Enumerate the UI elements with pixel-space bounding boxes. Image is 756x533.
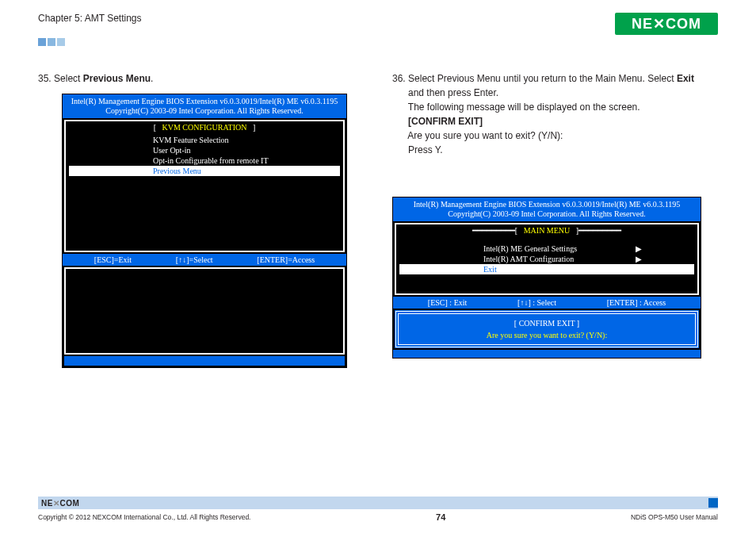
bios-screenshot-kvm: Intel(R) Management Engine BIOS Extensio… xyxy=(62,94,347,368)
bios-item-amt-config: Intel(R) AMT Configuration▶ xyxy=(396,254,697,264)
bios-item-user-optin: User Opt-in xyxy=(66,145,343,155)
nexcom-logo: NE✕COM xyxy=(615,13,718,37)
decorative-squares xyxy=(38,38,142,46)
bios-header-2: Intel(R) Management Engine BIOS Extensio… xyxy=(393,197,701,221)
bios-section-title: [ KVM CONFIGURATION ] xyxy=(66,121,343,133)
bios-item-optin-config: Opt-in Configurable from remote IT xyxy=(66,155,343,166)
footer: NE✕COM Copyright © 2012 NEXCOM Internati… xyxy=(38,497,718,522)
bios-nav-bar-2: [ESC] : Exit [↑↓] : Select [ENTER] : Acc… xyxy=(393,297,701,309)
bios-item-previous-menu: Previous Menu xyxy=(69,166,340,176)
bios-screenshot-mainmenu: Intel(R) Management Engine BIOS Extensio… xyxy=(392,197,701,359)
page-number: 74 xyxy=(436,512,445,522)
copyright-text: Copyright © 2012 NEXCOM International Co… xyxy=(38,513,250,521)
bios-item-kvm-feature: KVM Feature Selection xyxy=(66,135,343,145)
step-35-text: 35. Select Previous Menu. xyxy=(38,71,364,86)
manual-title: NDiS OPS-M50 User Manual xyxy=(631,513,718,521)
svg-rect-2 xyxy=(57,38,65,46)
step-36-text: 36. Select Previous Menu until you retur… xyxy=(392,71,718,157)
svg-rect-1 xyxy=(48,38,55,46)
chapter-title: Chapter 5: AMT Settings xyxy=(38,13,142,24)
arrow-icon: ▶ xyxy=(636,244,642,253)
confirm-exit-dialog: [ CONFIRM EXIT ] Are you sure you want t… xyxy=(395,310,699,348)
svg-text:NE✕COM: NE✕COM xyxy=(632,16,701,32)
footer-square-icon xyxy=(708,498,718,508)
bios-header: Intel(R) Management Engine BIOS Extensio… xyxy=(63,94,346,118)
bios-section-title-2: ━━━━━━━━━[ MAIN MENU ]━━━━━━━━━ xyxy=(396,224,697,237)
nexcom-logo-small: NE✕COM xyxy=(41,499,79,508)
arrow-icon: ▶ xyxy=(636,255,642,263)
svg-rect-0 xyxy=(38,38,46,46)
bios-item-me-general: Intel(R) ME General Settings▶ xyxy=(396,243,697,254)
bios-nav-bar: [ESC]=Exit [↑↓]=Select [ENTER]=Access xyxy=(63,254,346,266)
bios-item-exit: Exit xyxy=(399,264,694,274)
